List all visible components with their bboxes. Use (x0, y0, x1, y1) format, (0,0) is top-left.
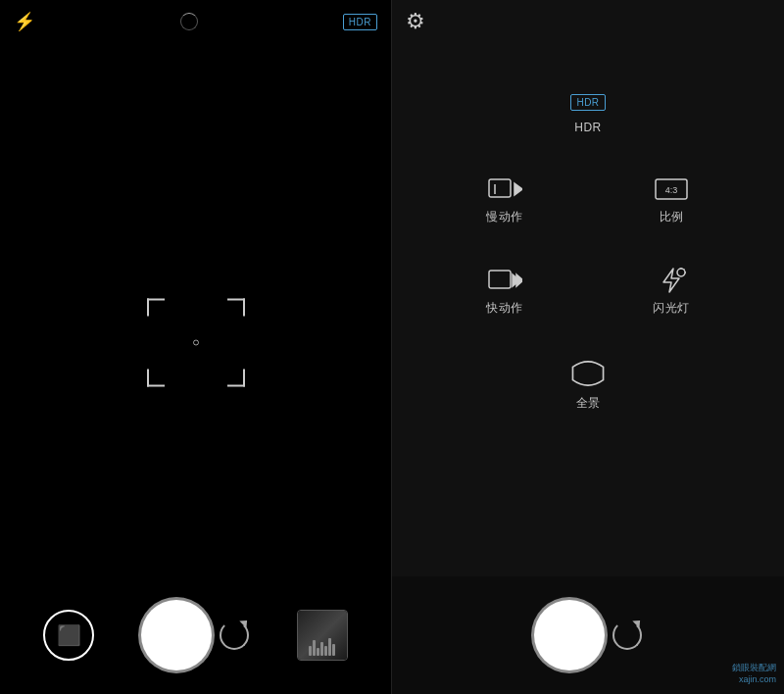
menu-item-fast-motion[interactable]: 快动作 (431, 251, 578, 332)
thumb-bar-7 (332, 644, 335, 656)
thumb-bar-4 (320, 642, 323, 656)
menu-item-hdr[interactable]: HDR HDR (431, 78, 745, 150)
video-icon: ⬛ (57, 623, 81, 647)
flash-menu-label: 闪光灯 (653, 300, 690, 317)
focus-corner-br (227, 370, 245, 387)
rotate-button[interactable] (220, 620, 249, 650)
fast-motion-icon (487, 267, 522, 294)
focus-corner-tl (147, 299, 165, 317)
focus-corner-bl (147, 370, 165, 387)
menu-item-ratio[interactable]: 4:3 比例 (598, 160, 745, 241)
right-shutter-area (534, 600, 642, 670)
shutter-area (141, 600, 249, 670)
menu-item-flash[interactable]: 闪光灯 (598, 251, 745, 332)
right-menu-panel: ⚙ HDR HDR 慢动作 4:3 比例 (392, 0, 784, 694)
watermark: 鎖眼裝配網 xajin.com (732, 662, 776, 686)
watermark-line1: 鎖眼裝配網 (732, 662, 776, 674)
svg-point-9 (677, 269, 685, 276)
gallery-thumbnail[interactable] (297, 610, 348, 661)
right-shutter-button[interactable] (534, 600, 605, 670)
thumb-bar-1 (309, 646, 312, 656)
ratio-label: 比例 (660, 209, 684, 225)
bottom-bar-right (392, 576, 784, 694)
svg-rect-5 (489, 271, 511, 288)
camera-menu-grid: HDR HDR 慢动作 4:3 比例 (392, 59, 784, 447)
top-bar-left: ⚡ HDR (0, 0, 391, 43)
watermark-line2: xajin.com (732, 673, 776, 686)
focus-corner-tr (227, 299, 245, 317)
flash-icon[interactable]: ⚡ (14, 11, 35, 32)
svg-rect-0 (489, 179, 511, 197)
flash-menu-icon (654, 267, 689, 294)
panorama-label: 全景 (576, 395, 601, 412)
hdr-menu-badge: HDR (570, 94, 605, 111)
right-rotate-button[interactable] (612, 620, 642, 650)
thumb-bar-6 (328, 638, 331, 656)
svg-line-12 (684, 270, 685, 271)
menu-item-slow-motion[interactable]: 慢动作 (431, 160, 578, 241)
hdr-menu-label: HDR (574, 121, 602, 134)
focus-dot (193, 340, 199, 346)
thumbnail-bars (309, 638, 335, 656)
video-button[interactable]: ⬛ (43, 610, 94, 661)
svg-marker-1 (514, 183, 522, 195)
thumb-bar-5 (324, 646, 327, 656)
left-camera-panel: ⚡ HDR ⬛ (0, 0, 392, 694)
focus-frame (147, 299, 245, 387)
fast-motion-label: 快动作 (486, 300, 523, 317)
thumb-bar-3 (317, 648, 319, 656)
menu-item-panorama[interactable]: 全景 (431, 342, 745, 427)
loading-indicator (180, 13, 198, 30)
thumbnail-inner (298, 611, 347, 660)
panorama-icon (568, 358, 608, 389)
ratio-icon: 4:3 (654, 175, 689, 203)
bottom-bar-left: ⬛ (0, 576, 391, 694)
svg-marker-7 (516, 274, 522, 286)
svg-text:4:3: 4:3 (665, 185, 678, 195)
hdr-badge-left[interactable]: HDR (343, 14, 377, 30)
thumb-bar-2 (313, 640, 316, 656)
slow-motion-icon (487, 175, 522, 203)
settings-icon[interactable]: ⚙ (406, 9, 425, 34)
top-bar-right: ⚙ (392, 0, 784, 43)
slow-motion-label: 慢动作 (486, 209, 523, 225)
shutter-button[interactable] (141, 600, 212, 670)
